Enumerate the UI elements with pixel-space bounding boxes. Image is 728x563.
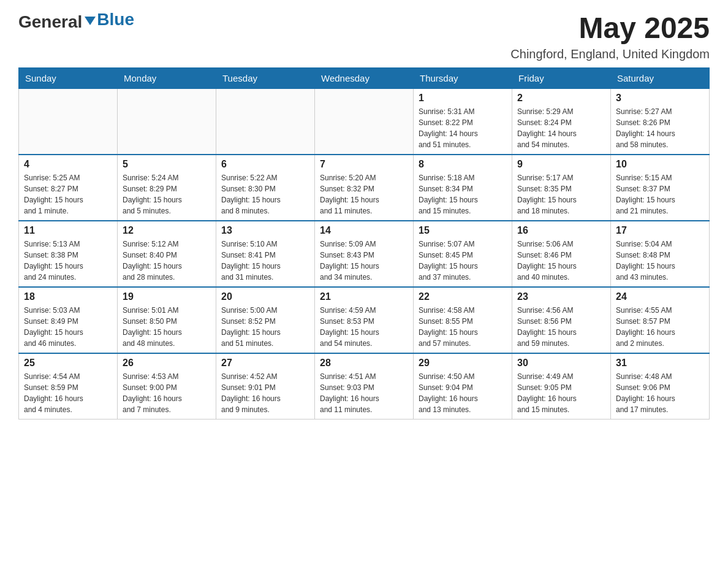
calendar-cell: 25Sunrise: 4:54 AM Sunset: 8:59 PM Dayli… <box>19 353 118 419</box>
day-number: 22 <box>419 291 507 302</box>
day-info: Sunrise: 5:06 AM Sunset: 8:46 PM Dayligh… <box>517 239 605 283</box>
calendar-cell <box>118 88 216 155</box>
logo-general: General <box>18 12 82 32</box>
day-number: 27 <box>221 358 309 369</box>
day-info: Sunrise: 4:56 AM Sunset: 8:56 PM Dayligh… <box>517 305 605 349</box>
day-number: 6 <box>221 159 309 170</box>
calendar-week-4: 18Sunrise: 5:03 AM Sunset: 8:49 PM Dayli… <box>19 287 710 353</box>
day-info: Sunrise: 5:00 AM Sunset: 8:52 PM Dayligh… <box>221 305 309 349</box>
day-number: 16 <box>517 225 605 236</box>
day-info: Sunrise: 5:17 AM Sunset: 8:35 PM Dayligh… <box>517 172 605 216</box>
day-info: Sunrise: 5:12 AM Sunset: 8:40 PM Dayligh… <box>123 239 211 283</box>
calendar-header-row: SundayMondayTuesdayWednesdayThursdayFrid… <box>19 67 710 88</box>
day-info: Sunrise: 4:48 AM Sunset: 9:06 PM Dayligh… <box>616 371 704 415</box>
calendar-cell: 7Sunrise: 5:20 AM Sunset: 8:32 PM Daylig… <box>315 155 414 221</box>
day-number: 15 <box>419 225 507 236</box>
day-info: Sunrise: 5:22 AM Sunset: 8:30 PM Dayligh… <box>221 172 309 216</box>
day-info: Sunrise: 5:27 AM Sunset: 8:26 PM Dayligh… <box>616 106 704 150</box>
calendar-cell: 24Sunrise: 4:55 AM Sunset: 8:57 PM Dayli… <box>611 287 710 353</box>
day-info: Sunrise: 4:58 AM Sunset: 8:55 PM Dayligh… <box>419 305 507 349</box>
day-number: 18 <box>24 291 112 302</box>
day-number: 25 <box>24 358 112 369</box>
calendar-cell: 8Sunrise: 5:18 AM Sunset: 8:34 PM Daylig… <box>414 155 512 221</box>
day-info: Sunrise: 5:20 AM Sunset: 8:32 PM Dayligh… <box>320 172 408 216</box>
calendar-cell <box>19 88 118 155</box>
day-info: Sunrise: 4:53 AM Sunset: 9:00 PM Dayligh… <box>123 371 211 415</box>
location-subtitle: Chingford, England, United Kingdom <box>510 47 710 61</box>
day-info: Sunrise: 5:10 AM Sunset: 8:41 PM Dayligh… <box>221 239 309 283</box>
day-info: Sunrise: 4:50 AM Sunset: 9:04 PM Dayligh… <box>419 371 507 415</box>
day-number: 3 <box>616 93 704 104</box>
calendar-cell: 30Sunrise: 4:49 AM Sunset: 9:05 PM Dayli… <box>512 353 611 419</box>
day-number: 7 <box>320 159 408 170</box>
calendar-week-3: 11Sunrise: 5:13 AM Sunset: 8:38 PM Dayli… <box>19 221 710 287</box>
logo-arrow-icon <box>83 14 97 28</box>
logo: General Blue <box>18 12 134 32</box>
calendar-cell: 18Sunrise: 5:03 AM Sunset: 8:49 PM Dayli… <box>19 287 118 353</box>
calendar-week-5: 25Sunrise: 4:54 AM Sunset: 8:59 PM Dayli… <box>19 353 710 419</box>
day-info: Sunrise: 5:07 AM Sunset: 8:45 PM Dayligh… <box>419 239 507 283</box>
day-number: 23 <box>517 291 605 302</box>
calendar-cell: 23Sunrise: 4:56 AM Sunset: 8:56 PM Dayli… <box>512 287 611 353</box>
logo-blue: Blue <box>97 10 134 29</box>
day-number: 5 <box>123 159 211 170</box>
calendar-cell: 3Sunrise: 5:27 AM Sunset: 8:26 PM Daylig… <box>611 88 710 155</box>
calendar-week-2: 4Sunrise: 5:25 AM Sunset: 8:27 PM Daylig… <box>19 155 710 221</box>
day-number: 13 <box>221 225 309 236</box>
calendar-cell: 14Sunrise: 5:09 AM Sunset: 8:43 PM Dayli… <box>315 221 414 287</box>
day-number: 21 <box>320 291 408 302</box>
calendar-cell: 12Sunrise: 5:12 AM Sunset: 8:40 PM Dayli… <box>118 221 216 287</box>
day-number: 1 <box>419 93 507 104</box>
day-number: 20 <box>221 291 309 302</box>
day-number: 19 <box>123 291 211 302</box>
day-info: Sunrise: 5:01 AM Sunset: 8:50 PM Dayligh… <box>123 305 211 349</box>
calendar-cell: 29Sunrise: 4:50 AM Sunset: 9:04 PM Dayli… <box>414 353 512 419</box>
calendar-cell <box>216 88 315 155</box>
calendar-cell: 15Sunrise: 5:07 AM Sunset: 8:45 PM Dayli… <box>414 221 512 287</box>
column-header-sunday: Sunday <box>19 67 118 88</box>
calendar-cell: 28Sunrise: 4:51 AM Sunset: 9:03 PM Dayli… <box>315 353 414 419</box>
svg-marker-0 <box>85 17 96 25</box>
calendar-cell: 20Sunrise: 5:00 AM Sunset: 8:52 PM Dayli… <box>216 287 315 353</box>
day-number: 14 <box>320 225 408 236</box>
calendar-cell: 26Sunrise: 4:53 AM Sunset: 9:00 PM Dayli… <box>118 353 216 419</box>
calendar-cell: 19Sunrise: 5:01 AM Sunset: 8:50 PM Dayli… <box>118 287 216 353</box>
day-info: Sunrise: 4:49 AM Sunset: 9:05 PM Dayligh… <box>517 371 605 415</box>
column-header-friday: Friday <box>512 67 611 88</box>
calendar-cell: 1Sunrise: 5:31 AM Sunset: 8:22 PM Daylig… <box>414 88 512 155</box>
calendar-cell: 17Sunrise: 5:04 AM Sunset: 8:48 PM Dayli… <box>611 221 710 287</box>
day-info: Sunrise: 4:51 AM Sunset: 9:03 PM Dayligh… <box>320 371 408 415</box>
column-header-monday: Monday <box>118 67 216 88</box>
day-number: 11 <box>24 225 112 236</box>
day-info: Sunrise: 5:03 AM Sunset: 8:49 PM Dayligh… <box>24 305 112 349</box>
column-header-saturday: Saturday <box>611 67 710 88</box>
day-info: Sunrise: 5:25 AM Sunset: 8:27 PM Dayligh… <box>24 172 112 216</box>
day-info: Sunrise: 4:55 AM Sunset: 8:57 PM Dayligh… <box>616 305 704 349</box>
day-number: 12 <box>123 225 211 236</box>
day-number: 9 <box>517 159 605 170</box>
day-info: Sunrise: 5:31 AM Sunset: 8:22 PM Dayligh… <box>419 106 507 150</box>
calendar-week-1: 1Sunrise: 5:31 AM Sunset: 8:22 PM Daylig… <box>19 88 710 155</box>
calendar-cell: 5Sunrise: 5:24 AM Sunset: 8:29 PM Daylig… <box>118 155 216 221</box>
calendar-cell: 2Sunrise: 5:29 AM Sunset: 8:24 PM Daylig… <box>512 88 611 155</box>
day-info: Sunrise: 4:59 AM Sunset: 8:53 PM Dayligh… <box>320 305 408 349</box>
day-number: 31 <box>616 358 704 369</box>
calendar-cell: 27Sunrise: 4:52 AM Sunset: 9:01 PM Dayli… <box>216 353 315 419</box>
calendar-cell: 22Sunrise: 4:58 AM Sunset: 8:55 PM Dayli… <box>414 287 512 353</box>
day-info: Sunrise: 5:09 AM Sunset: 8:43 PM Dayligh… <box>320 239 408 283</box>
day-info: Sunrise: 5:15 AM Sunset: 8:37 PM Dayligh… <box>616 172 704 216</box>
calendar-table: SundayMondayTuesdayWednesdayThursdayFrid… <box>18 67 710 419</box>
day-info: Sunrise: 5:29 AM Sunset: 8:24 PM Dayligh… <box>517 106 605 150</box>
day-number: 24 <box>616 291 704 302</box>
day-number: 29 <box>419 358 507 369</box>
day-info: Sunrise: 5:18 AM Sunset: 8:34 PM Dayligh… <box>419 172 507 216</box>
calendar-cell: 31Sunrise: 4:48 AM Sunset: 9:06 PM Dayli… <box>611 353 710 419</box>
title-section: May 2025 Chingford, England, United King… <box>510 12 710 61</box>
calendar-cell: 13Sunrise: 5:10 AM Sunset: 8:41 PM Dayli… <box>216 221 315 287</box>
column-header-thursday: Thursday <box>414 67 512 88</box>
day-info: Sunrise: 5:04 AM Sunset: 8:48 PM Dayligh… <box>616 239 704 283</box>
calendar-cell <box>315 88 414 155</box>
column-header-tuesday: Tuesday <box>216 67 315 88</box>
calendar-cell: 4Sunrise: 5:25 AM Sunset: 8:27 PM Daylig… <box>19 155 118 221</box>
calendar-cell: 10Sunrise: 5:15 AM Sunset: 8:37 PM Dayli… <box>611 155 710 221</box>
